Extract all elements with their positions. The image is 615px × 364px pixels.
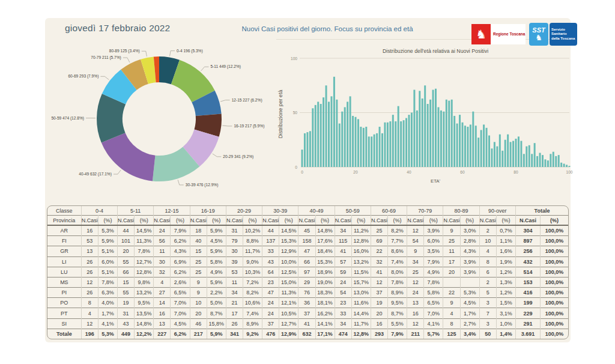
- age-bar-52[interactable]: [440, 111, 442, 167]
- age-bar-48[interactable]: [429, 100, 431, 167]
- age-bar-94[interactable]: [553, 152, 554, 167]
- age-bar-36[interactable]: [398, 106, 399, 167]
- age-bar-49[interactable]: [432, 89, 434, 167]
- age-bar-61[interactable]: [464, 126, 466, 167]
- age-bar-82[interactable]: [520, 141, 522, 167]
- age-bar-3[interactable]: [309, 131, 311, 167]
- age-bar-34[interactable]: [392, 115, 394, 167]
- age-bar-42[interactable]: [413, 89, 415, 167]
- age-bar-14[interactable]: [339, 124, 341, 167]
- age-bar-85[interactable]: [529, 145, 530, 167]
- age-bar-60[interactable]: [462, 123, 464, 167]
- age-bar-87[interactable]: [534, 143, 536, 167]
- age-bar-20[interactable]: [355, 117, 357, 167]
- age-bar-37[interactable]: [400, 121, 402, 167]
- age-bar-46[interactable]: [424, 85, 426, 167]
- age-bar-8[interactable]: [323, 97, 324, 167]
- age-bar-43[interactable]: [416, 111, 418, 167]
- age-bar-21[interactable]: [357, 119, 359, 167]
- age-bar-9[interactable]: [326, 85, 327, 167]
- age-bar-68[interactable]: [483, 124, 485, 167]
- age-bar-54[interactable]: [446, 100, 447, 167]
- age-bar-33[interactable]: [389, 121, 391, 167]
- age-bar-0[interactable]: [301, 150, 303, 167]
- age-bar-30[interactable]: [381, 133, 383, 167]
- age-bar-57[interactable]: [453, 116, 455, 167]
- age-bar-50[interactable]: [435, 89, 437, 167]
- age-bar-97[interactable]: [560, 163, 562, 167]
- age-bar-58[interactable]: [456, 124, 458, 167]
- age-bar-76[interactable]: [504, 140, 506, 167]
- age-bar-1[interactable]: [304, 133, 306, 167]
- age-bar-23[interactable]: [363, 128, 365, 167]
- age-bar-39[interactable]: [405, 118, 407, 167]
- age-bar-28[interactable]: [376, 133, 378, 167]
- age-bar-75[interactable]: [501, 151, 503, 167]
- age-bar-84[interactable]: [526, 147, 527, 167]
- age-bar-41[interactable]: [411, 113, 413, 168]
- age-bar-55[interactable]: [448, 101, 450, 167]
- age-bar-72[interactable]: [494, 142, 495, 167]
- age-bar-78[interactable]: [510, 142, 512, 167]
- age-bar-59[interactable]: [459, 115, 461, 167]
- age-bar-12[interactable]: [333, 77, 335, 167]
- age-bar-26[interactable]: [371, 136, 372, 167]
- age-bar-24[interactable]: [365, 127, 367, 167]
- age-bar-90[interactable]: [542, 155, 544, 167]
- age-bar-47[interactable]: [427, 104, 429, 167]
- age-bar-29[interactable]: [379, 127, 381, 167]
- age-bar-67[interactable]: [480, 130, 482, 167]
- age-bar-53[interactable]: [443, 112, 444, 167]
- age-bar-25[interactable]: [368, 136, 370, 167]
- age-bar-66[interactable]: [477, 138, 479, 167]
- age-bar-65[interactable]: [475, 126, 477, 167]
- age-bar-31[interactable]: [384, 123, 386, 167]
- age-bar-89[interactable]: [539, 153, 541, 167]
- age-bar-35[interactable]: [395, 121, 396, 167]
- age-bar-56[interactable]: [451, 100, 453, 167]
- age-bar-18[interactable]: [350, 96, 351, 167]
- age-bar-80[interactable]: [515, 139, 517, 167]
- age-bar-27[interactable]: [374, 135, 375, 167]
- age-bar-44[interactable]: [419, 91, 420, 167]
- age-bar-64[interactable]: [472, 112, 474, 167]
- age-bar-11[interactable]: [330, 96, 332, 167]
- age-bar-4[interactable]: [312, 108, 314, 167]
- age-bar-79[interactable]: [512, 141, 514, 167]
- age-bar-63[interactable]: [470, 124, 471, 167]
- age-bar-32[interactable]: [387, 123, 389, 167]
- age-bar-83[interactable]: [523, 154, 525, 167]
- age-bar-96[interactable]: [558, 155, 560, 167]
- age-bar-10[interactable]: [328, 102, 330, 167]
- age-bar-70[interactable]: [488, 136, 490, 167]
- age-bar-91[interactable]: [544, 159, 546, 167]
- age-bar-95[interactable]: [555, 156, 557, 167]
- age-bar-19[interactable]: [352, 116, 354, 167]
- age-bar-99[interactable]: [566, 165, 568, 167]
- age-bar-71[interactable]: [491, 148, 492, 167]
- age-bar-15[interactable]: [341, 112, 343, 167]
- age-bar-69[interactable]: [486, 128, 488, 167]
- age-bar-13[interactable]: [336, 100, 338, 167]
- age-bar-6[interactable]: [317, 102, 319, 167]
- age-bar-100[interactable]: [569, 166, 571, 167]
- age-bar-92[interactable]: [547, 160, 549, 167]
- age-bar-93[interactable]: [550, 154, 551, 167]
- age-bar-2[interactable]: [306, 132, 308, 167]
- age-bar-5[interactable]: [315, 105, 317, 167]
- age-bar-77[interactable]: [507, 135, 509, 167]
- age-bar-81[interactable]: [518, 136, 520, 167]
- age-bar-98[interactable]: [563, 164, 565, 167]
- age-bar-38[interactable]: [403, 120, 405, 167]
- age-bar-88[interactable]: [536, 156, 538, 167]
- age-bar-22[interactable]: [360, 127, 362, 167]
- age-bar-7[interactable]: [320, 104, 322, 167]
- age-bar-62[interactable]: [467, 127, 468, 167]
- age-bar-45[interactable]: [422, 99, 423, 167]
- age-bar-86[interactable]: [531, 154, 533, 167]
- age-bar-74[interactable]: [499, 135, 501, 167]
- age-bar-51[interactable]: [437, 107, 439, 167]
- age-bar-73[interactable]: [496, 147, 498, 167]
- age-bar-40[interactable]: [408, 115, 410, 167]
- age-bar-17[interactable]: [347, 102, 348, 167]
